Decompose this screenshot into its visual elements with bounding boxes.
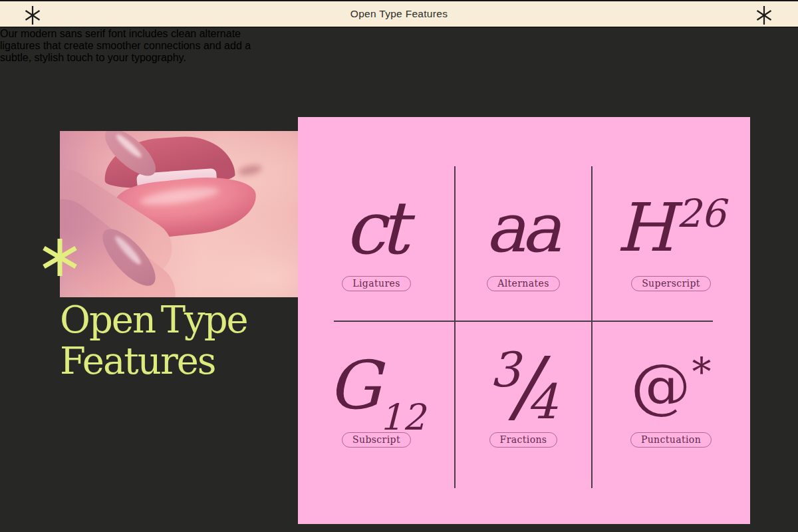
feature-label-punctuation: Punctuation	[630, 432, 712, 448]
feature-cell-superscript: H26	[600, 166, 741, 289]
feature-label-subscript: Subscript	[342, 432, 411, 448]
headline: Open Type Features	[60, 299, 247, 382]
description-line: subtle, stylish touch to your typography…	[0, 52, 798, 64]
feature-cell-subscript: G12	[306, 324, 447, 447]
ligature-glyph: ct	[344, 192, 408, 265]
subscript-glyph: G12	[328, 352, 426, 419]
feature-cell-ligatures: ct	[306, 166, 447, 289]
alternates-glyph: aa	[485, 194, 562, 262]
feature-label-superscript: Superscript	[631, 276, 711, 291]
stage: Open Type Features Our modern sans serif…	[0, 28, 798, 531]
feature-label-fractions: Fractions	[489, 432, 558, 448]
pink-tint-overlay	[60, 131, 305, 297]
lips-photo	[60, 131, 305, 297]
page-title: Open Type Features	[350, 8, 448, 20]
feature-cell-punctuation: @*	[600, 324, 741, 447]
fraction-glyph: 3/4	[489, 346, 557, 425]
headline-line-2: Features	[60, 340, 247, 382]
description-line: ligatures that create smoother connectio…	[0, 40, 798, 52]
asterisk-logo-right-icon	[755, 5, 773, 25]
feature-cell-fractions: 3/4	[453, 324, 594, 447]
topbar: Open Type Features	[0, 0, 798, 28]
feature-cell-alternates: aa	[453, 166, 594, 289]
superscript-glyph: H26	[616, 195, 726, 261]
asterisk-logo-left-icon	[24, 5, 41, 25]
headline-line-1: Open Type	[60, 299, 247, 340]
features-panel: ct aa H26 Ligatures Alternates Superscri…	[298, 117, 750, 524]
description-line: Our modern sans serif font includes clea…	[0, 28, 798, 40]
punctuation-glyph: @*	[631, 356, 712, 416]
accent-asterisk-icon	[42, 239, 78, 276]
feature-label-ligatures: Ligatures	[342, 276, 411, 291]
grid-divider-horizontal	[334, 321, 713, 322]
feature-label-alternates: Alternates	[487, 276, 560, 291]
